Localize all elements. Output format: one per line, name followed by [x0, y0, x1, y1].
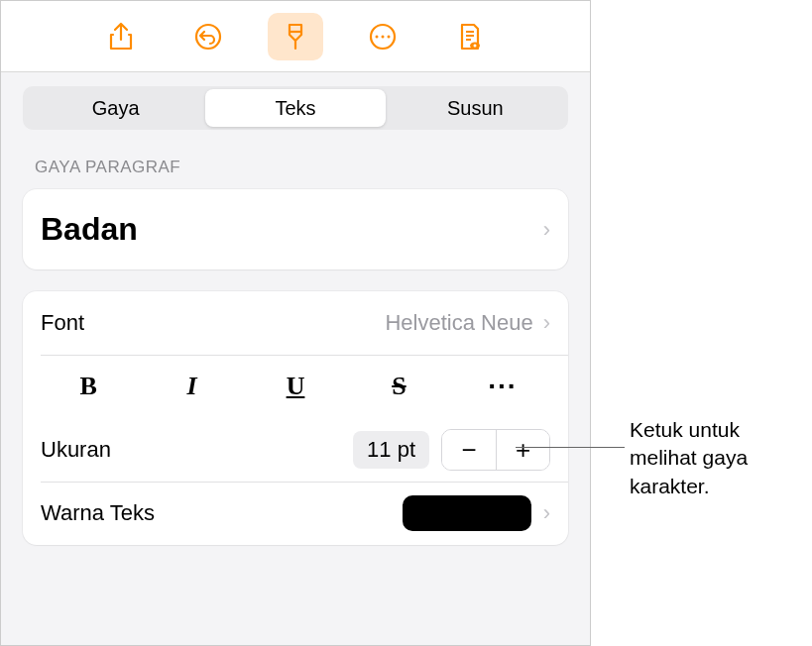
undo-icon — [193, 22, 223, 52]
more-options-button[interactable] — [355, 13, 410, 60]
text-color-swatch[interactable] — [403, 495, 531, 531]
share-icon — [108, 22, 134, 52]
more-styles-button[interactable]: ··· — [451, 365, 554, 408]
size-stepper: − + — [441, 429, 550, 471]
svg-point-3 — [382, 35, 385, 38]
text-style-row: B I U S ··· — [23, 355, 568, 418]
size-value[interactable]: 11 pt — [353, 431, 429, 469]
paragraph-style-card: Badan › — [23, 189, 568, 269]
share-button[interactable] — [93, 13, 149, 60]
svg-point-6 — [474, 44, 477, 47]
tab-susun[interactable]: Susun — [386, 89, 565, 127]
paragraph-style-header: GAYA PARAGRAF — [1, 130, 590, 185]
tab-gaya[interactable]: Gaya — [26, 89, 205, 127]
strikethrough-button[interactable]: S — [347, 365, 450, 408]
size-increase-button[interactable]: + — [496, 430, 549, 470]
size-decrease-button[interactable]: − — [442, 430, 496, 470]
font-value: Helvetica Neue — [385, 310, 542, 336]
format-button[interactable] — [268, 13, 323, 60]
font-label: Font — [41, 310, 84, 336]
paragraph-style-name: Badan — [41, 211, 138, 248]
text-properties-card: Font Helvetica Neue › B I U S ··· Ukuran… — [23, 291, 568, 545]
document-view-button[interactable] — [442, 13, 498, 60]
callout-line — [516, 447, 625, 448]
format-panel: Gaya Teks Susun GAYA PARAGRAF Badan › Fo… — [0, 0, 591, 646]
undo-button[interactable] — [180, 13, 236, 60]
document-view-icon — [456, 22, 484, 52]
toolbar — [1, 1, 590, 72]
callout-text: Ketuk untuk melihat gaya karakter. — [630, 416, 798, 500]
chevron-right-icon: › — [543, 217, 550, 243]
text-color-label: Warna Teks — [41, 500, 155, 526]
tab-teks[interactable]: Teks — [205, 89, 385, 127]
italic-button[interactable]: I — [140, 365, 243, 408]
svg-point-4 — [388, 35, 391, 38]
size-row: Ukuran 11 pt − + — [23, 418, 568, 482]
format-brush-icon — [282, 22, 309, 52]
chevron-right-icon: › — [543, 310, 550, 336]
segment-container: Gaya Teks Susun — [1, 72, 590, 130]
paragraph-style-row[interactable]: Badan › — [23, 189, 568, 269]
inspector-tabs: Gaya Teks Susun — [23, 86, 568, 130]
font-row[interactable]: Font Helvetica Neue › — [23, 291, 568, 355]
bold-button[interactable]: B — [37, 365, 140, 408]
chevron-right-icon: › — [543, 500, 550, 526]
svg-point-2 — [376, 35, 379, 38]
size-label: Ukuran — [41, 437, 111, 463]
more-circle-icon — [368, 22, 398, 52]
text-color-row[interactable]: Warna Teks › — [23, 482, 568, 545]
underline-button[interactable]: U — [244, 365, 347, 408]
content-area: Gaya Teks Susun GAYA PARAGRAF Badan › Fo… — [1, 72, 590, 645]
